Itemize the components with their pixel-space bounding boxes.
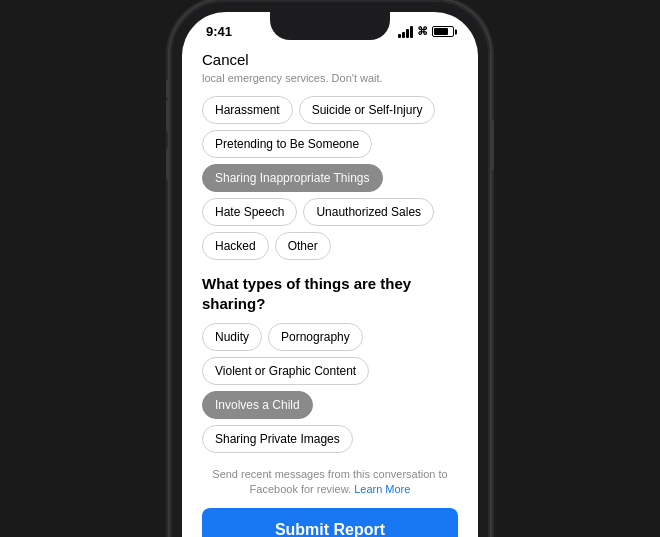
bottom-tags-row-3: Involves a Child [202, 391, 458, 419]
section-title: What types of things are they sharing? [202, 274, 458, 313]
tag-unauthorized-sales[interactable]: Unauthorized Sales [303, 198, 434, 226]
phone-screen: 9:41 ⌘ Cancel local emergency services. … [182, 12, 478, 537]
tags-row-3: Sharing Inappropriate Things [202, 164, 458, 192]
battery-icon [432, 26, 454, 37]
bottom-note-text: Send recent messages from this conversat… [212, 468, 447, 495]
bottom-tags-section: Nudity Pornography Violent or Graphic Co… [202, 323, 458, 453]
tag-pornography[interactable]: Pornography [268, 323, 363, 351]
phone-frame: 9:41 ⌘ Cancel local emergency services. … [170, 0, 490, 537]
tag-harassment[interactable]: Harassment [202, 96, 293, 124]
tags-row-2: Pretending to Be Someone [202, 130, 458, 158]
tag-pretending[interactable]: Pretending to Be Someone [202, 130, 372, 158]
content-area: Cancel local emergency services. Don't w… [182, 43, 478, 537]
tag-violent[interactable]: Violent or Graphic Content [202, 357, 369, 385]
signal-icon [398, 26, 413, 38]
tags-row-1: Harassment Suicide or Self-Injury [202, 96, 458, 124]
bottom-note: Send recent messages from this conversat… [202, 467, 458, 498]
cancel-button[interactable]: Cancel [202, 43, 458, 72]
tag-hacked[interactable]: Hacked [202, 232, 269, 260]
tag-involves-child[interactable]: Involves a Child [202, 391, 313, 419]
bottom-tags-row-1: Nudity Pornography [202, 323, 458, 351]
learn-more-link[interactable]: Learn More [354, 483, 410, 495]
tag-nudity[interactable]: Nudity [202, 323, 262, 351]
truncated-text: local emergency services. Don't wait. [202, 72, 458, 84]
tags-row-4: Hate Speech Unauthorized Sales [202, 198, 458, 226]
tag-sharing-private[interactable]: Sharing Private Images [202, 425, 353, 453]
tag-suicide[interactable]: Suicide or Self-Injury [299, 96, 436, 124]
mute-button [166, 80, 170, 98]
status-icons: ⌘ [398, 25, 454, 38]
volume-up-button [166, 100, 170, 132]
wifi-icon: ⌘ [417, 25, 428, 38]
tag-other[interactable]: Other [275, 232, 331, 260]
status-time: 9:41 [206, 24, 232, 39]
submit-report-button[interactable]: Submit Report [202, 508, 458, 537]
tags-row-5: Hacked Other [202, 232, 458, 260]
power-button [490, 120, 494, 170]
notch [270, 12, 390, 40]
tag-hate-speech[interactable]: Hate Speech [202, 198, 297, 226]
volume-down-button [166, 148, 170, 180]
bottom-tags-row-4: Sharing Private Images [202, 425, 458, 453]
top-tags-section: Harassment Suicide or Self-Injury Preten… [202, 96, 458, 260]
bottom-tags-row-2: Violent or Graphic Content [202, 357, 458, 385]
tag-sharing-inappropriate[interactable]: Sharing Inappropriate Things [202, 164, 383, 192]
